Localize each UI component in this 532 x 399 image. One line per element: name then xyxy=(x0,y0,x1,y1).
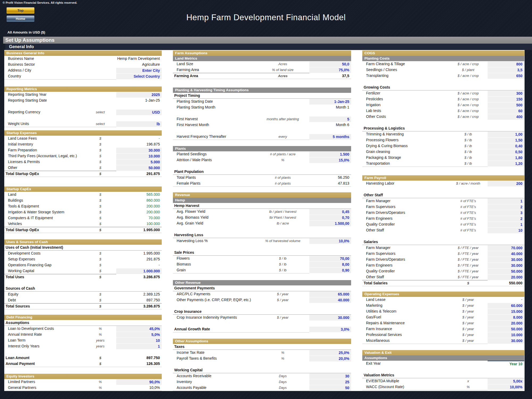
input-cell[interactable]: 30.000 xyxy=(488,257,524,263)
input-cell[interactable]: 1.500,00 xyxy=(309,221,351,227)
value-cell: 200.000 xyxy=(116,203,162,209)
input-cell[interactable]: 500 xyxy=(488,102,524,108)
row-unit: # of FTE's xyxy=(449,222,488,228)
input-cell[interactable]: 50 xyxy=(309,385,351,391)
input-cell[interactable]: 50.000 xyxy=(116,165,162,171)
input-cell[interactable]: 800 xyxy=(488,61,524,67)
input-cell[interactable]: 1,00 xyxy=(488,131,524,138)
input-cell[interactable]: 3,5 xyxy=(488,67,524,73)
input-cell[interactable]: 10,00% xyxy=(488,384,524,390)
input-cell[interactable]: 2 xyxy=(488,204,524,210)
input-cell[interactable]: 0,45 xyxy=(309,209,351,215)
input-cell[interactable]: 5.000 xyxy=(116,159,162,165)
input-cell[interactable]: 5 months xyxy=(309,134,351,140)
input-cell[interactable]: 10.000 xyxy=(488,332,524,338)
input-cell[interactable]: 40.000 xyxy=(488,251,524,257)
input-cell[interactable]: 75,0% xyxy=(309,67,351,73)
input-cell[interactable]: 20.000 xyxy=(488,320,524,326)
table-row: Farm Supervisors# of FTE's2 xyxy=(362,204,524,210)
row-unit: $ xyxy=(84,198,116,203)
input-cell[interactable]: 2 xyxy=(488,216,524,222)
input-cell[interactable]: 1 xyxy=(488,222,524,228)
input-cell[interactable]: 400 xyxy=(488,114,524,120)
input-cell[interactable]: 1.000.000 xyxy=(116,268,162,274)
input-cell[interactable]: 30.000 xyxy=(116,147,162,153)
input-cell[interactable]: 5,00x xyxy=(488,378,524,384)
input-cell[interactable]: 5 xyxy=(309,116,351,122)
input-cell[interactable]: 50.000 xyxy=(488,326,524,332)
input-cell[interactable]: 3,0% xyxy=(309,326,351,332)
input-cell[interactable]: 8,00 xyxy=(309,261,351,268)
input-cell[interactable]: 20,0% xyxy=(309,356,351,362)
input-cell[interactable]: 1 xyxy=(116,343,162,350)
input-cell[interactable]: 30 xyxy=(309,373,351,379)
value-cell xyxy=(488,126,524,131)
input-cell[interactable]: 45,0% xyxy=(116,326,162,332)
input-cell[interactable]: 8.000 xyxy=(488,314,524,321)
input-cell[interactable]: 0,70 xyxy=(309,215,351,221)
input-cell[interactable]: 60.000 xyxy=(488,303,524,309)
input-cell[interactable]: 10.000 xyxy=(116,153,162,159)
row-unit: $ xyxy=(449,280,488,286)
input-cell[interactable]: 15,0% xyxy=(309,157,351,163)
row-label: Salaries xyxy=(362,239,449,245)
input-cell[interactable]: 65.000 xyxy=(309,291,351,297)
row-label: Government Payments xyxy=(173,285,256,291)
input-cell[interactable]: 5,0% xyxy=(116,332,162,338)
input-cell[interactable]: 20.000 xyxy=(488,274,524,280)
table-row: Address / CityEnter City xyxy=(4,68,162,73)
input-cell[interactable]: 15.000 xyxy=(488,309,524,315)
table-row: Attrition / Male Plants%15,0% xyxy=(173,157,351,163)
input-cell[interactable]: 10 xyxy=(116,338,162,344)
value-cell: 897.750 xyxy=(116,355,162,361)
table-row: Loan to Development Costs%45,0% xyxy=(4,326,162,332)
row-unit: % xyxy=(84,332,116,338)
input-cell[interactable]: 1 xyxy=(488,198,524,204)
table-row: General Partners%10,0% xyxy=(4,385,162,391)
input-cell[interactable]: lb xyxy=(116,121,162,127)
input-cell[interactable]: 70.000 xyxy=(488,245,524,251)
input-cell[interactable]: 150 xyxy=(488,96,524,102)
table-row: CountrySelect Country xyxy=(4,73,162,79)
input-cell[interactable]: 0,40 xyxy=(488,143,524,149)
row-unit: $ xyxy=(84,136,116,142)
input-cell[interactable]: 30.000 xyxy=(488,263,524,269)
input-cell[interactable]: 10 xyxy=(488,227,524,234)
input-cell[interactable]: 300 xyxy=(488,90,524,97)
input-cell[interactable]: 1.500 xyxy=(309,151,351,157)
input-cell[interactable]: 50.000 xyxy=(488,268,524,275)
input-cell[interactable]: 60 xyxy=(488,108,524,114)
input-cell[interactable]: 1,50 xyxy=(488,137,524,143)
input-cell[interactable]: Select Country xyxy=(116,73,162,80)
table-row: Third Party Fees (Accountant, Legal, etc… xyxy=(4,153,162,159)
input-cell[interactable]: 1,80 xyxy=(488,155,524,161)
row-label: Total Startup OpEx xyxy=(4,227,84,233)
input-cell[interactable]: 70,00 xyxy=(309,256,351,262)
input-cell[interactable]: 3 xyxy=(488,210,524,216)
input-cell[interactable]: 30.000 xyxy=(488,338,524,344)
row-label: Drying & Curing Biomass xyxy=(362,143,449,149)
input-cell[interactable]: 2025 xyxy=(116,92,162,98)
input-cell[interactable]: 25 xyxy=(309,379,351,385)
row-label: Harvesting Labor xyxy=(362,181,449,187)
input-cell[interactable]: 25,0% xyxy=(309,350,351,356)
input-cell[interactable]: 40.000 xyxy=(309,297,351,303)
input-cell[interactable]: 10,0% xyxy=(309,238,351,244)
input-cell[interactable]: 200 xyxy=(488,181,524,187)
table-plants: PlantsPlanted Seedlings# of plants / acr… xyxy=(173,146,351,187)
input-cell[interactable]: 650 xyxy=(488,73,524,79)
input-cell[interactable]: 90,0% xyxy=(116,379,162,385)
input-cell[interactable]: 50,0 xyxy=(309,61,351,67)
input-cell[interactable]: 30.000 xyxy=(309,315,351,321)
row-label: Business Sector xyxy=(4,62,84,68)
row-unit: select xyxy=(84,109,116,115)
input-cell[interactable]: Enter City xyxy=(116,68,162,74)
input-cell[interactable]: 1,20 xyxy=(488,161,524,167)
input-cell[interactable]: 1-Jan-25 xyxy=(309,99,351,105)
section-header-planting-harvesting-timing: Planting & Harvesting Timing Assumptions xyxy=(173,88,351,93)
section-header-plants: Plants xyxy=(173,146,351,151)
input-cell[interactable]: USD xyxy=(116,109,162,115)
input-cell[interactable]: 0,90 xyxy=(309,267,351,273)
table-row: Transplanting$ / acre / crop650 xyxy=(362,73,524,79)
input-cell[interactable]: 0,50 xyxy=(488,149,524,155)
